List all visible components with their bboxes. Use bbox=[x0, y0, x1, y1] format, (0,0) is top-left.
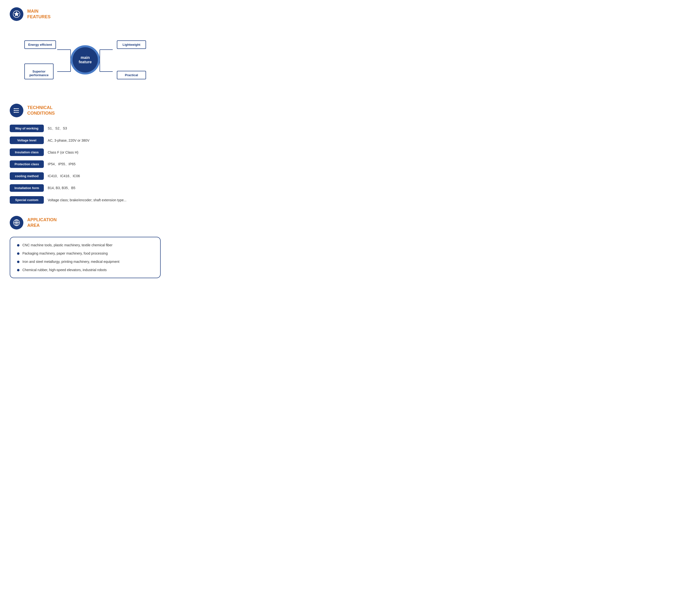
bullet-dot-3 bbox=[17, 261, 20, 263]
technical-conditions-section: TECHNICAL CONDITIONS Way of working S1、S… bbox=[10, 104, 161, 204]
app-list-text-2: Packaging machinery, paper machinery, fo… bbox=[22, 251, 108, 255]
tech-label-insulation-class: Insulation class bbox=[10, 149, 44, 156]
tech-row-installation-form: Installation form B14, B3, B35、B5 bbox=[10, 184, 161, 192]
svg-point-13 bbox=[14, 110, 15, 111]
tech-row-way-of-working: Way of working S1、S2、S3 bbox=[10, 125, 161, 132]
app-list-text-1: CNC machine tools, plastic machinery, te… bbox=[22, 243, 112, 247]
tech-label-cooling-method: cooling method bbox=[10, 172, 44, 180]
application-area-title: APPLICATION AREA bbox=[27, 217, 57, 228]
tech-label-voltage-level: Voltage level bbox=[10, 137, 44, 144]
tech-value-installation-form: B14, B3, B35、B5 bbox=[48, 186, 75, 190]
feature-lightweight: Lightweight bbox=[117, 40, 146, 49]
list-icon bbox=[10, 104, 23, 117]
svg-rect-10 bbox=[14, 110, 19, 111]
tech-row-protection-class: Protection class IP54、IP55、IP65 bbox=[10, 160, 161, 168]
application-list-box: CNC machine tools, plastic machinery, te… bbox=[10, 237, 161, 278]
tech-label-protection-class: Protection class bbox=[10, 160, 44, 168]
tech-value-cooling-method: IC410、IC416、IC06 bbox=[48, 174, 80, 178]
main-features-title: MAIN FEATURES bbox=[27, 9, 51, 20]
svg-point-12 bbox=[14, 108, 15, 109]
mindmap-diagram: main feature Energy efficient Lightweigh… bbox=[20, 28, 151, 91]
application-area-header: APPLICATION AREA bbox=[10, 216, 161, 229]
app-list-item-3: Iron and steel metallurgy, printing mach… bbox=[17, 260, 153, 264]
app-list-text-4: Chemical rubber, high-speed elevators, i… bbox=[22, 268, 107, 272]
tech-label-way-of-working: Way of working bbox=[10, 125, 44, 132]
main-features-header: MAIN FEATURES bbox=[10, 7, 161, 21]
bullet-dot-4 bbox=[17, 269, 20, 271]
application-area-section: APPLICATION AREA CNC machine tools, plas… bbox=[10, 216, 161, 278]
technical-conditions-title: TECHNICAL CONDITIONS bbox=[27, 105, 55, 116]
tech-row-cooling-method: cooling method IC410、IC416、IC06 bbox=[10, 172, 161, 180]
tech-row-special-custom: Special custom Voltage class; brake/enco… bbox=[10, 196, 161, 204]
tech-label-special-custom: Special custom bbox=[10, 196, 44, 204]
tech-row-insulation-class: Insulation class Class F (or Class H) bbox=[10, 149, 161, 156]
bullet-dot-1 bbox=[17, 244, 20, 247]
star-icon bbox=[10, 7, 23, 21]
tech-value-special-custom: Voltage class; brake/encoder; shaft exte… bbox=[48, 198, 127, 202]
feature-practical: Practical bbox=[117, 71, 146, 79]
mindmap-center: main feature bbox=[71, 45, 100, 74]
technical-conditions-header: TECHNICAL CONDITIONS bbox=[10, 104, 161, 117]
tech-row-voltage-level: Voltage level AC, 3-phase, 220V or 380V bbox=[10, 137, 161, 144]
app-list-text-3: Iron and steel metallurgy, printing mach… bbox=[22, 260, 120, 264]
app-list-item-1: CNC machine tools, plastic machinery, te… bbox=[17, 243, 153, 247]
grid-icon bbox=[10, 216, 23, 229]
app-list-item-4: Chemical rubber, high-speed elevators, i… bbox=[17, 268, 153, 272]
feature-energy-efficient: Energy efficient bbox=[24, 40, 56, 49]
svg-rect-11 bbox=[14, 112, 19, 113]
app-list-item-2: Packaging machinery, paper machinery, fo… bbox=[17, 251, 153, 255]
main-features-section: MAIN FEATURES main feature Energy eff bbox=[10, 7, 161, 91]
feature-superior-performance: Superior performance bbox=[24, 63, 53, 79]
tech-label-installation-form: Installation form bbox=[10, 184, 44, 192]
tech-value-insulation-class: Class F (or Class H) bbox=[48, 150, 78, 154]
bullet-dot-2 bbox=[17, 252, 20, 255]
svg-rect-9 bbox=[14, 108, 19, 109]
tech-value-voltage-level: AC, 3-phase, 220V or 380V bbox=[48, 138, 89, 142]
svg-point-14 bbox=[14, 112, 15, 113]
tech-value-protection-class: IP54、IP55、IP65 bbox=[48, 162, 75, 166]
tech-value-way-of-working: S1、S2、S3 bbox=[48, 126, 67, 131]
